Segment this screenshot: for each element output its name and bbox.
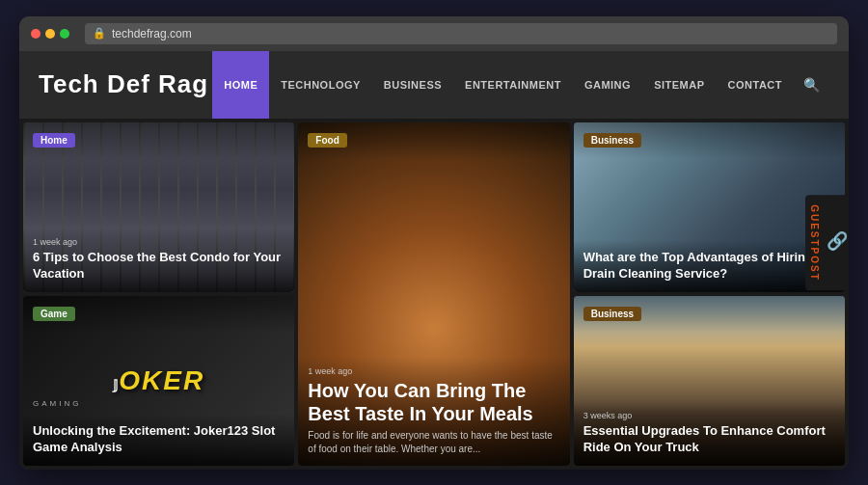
truck-badge: Business	[583, 307, 641, 321]
card-food-overlay: 1 week ago How You Can Bring The Best Ta…	[298, 357, 569, 466]
site-logo: Tech Def Rag	[39, 69, 208, 99]
card-joker-top: Game	[23, 296, 294, 333]
guestpost-icon: 🔗	[826, 231, 847, 255]
card-truck-top: Business	[574, 296, 845, 333]
card-truck-overlay: 3 weeks ago Essential Upgrades To Enhanc…	[574, 401, 845, 466]
content-grid: Home 1 week ago 6 Tips to Choose the Bes…	[19, 119, 849, 470]
guestpost-tab[interactable]: 🔗 GUESTPOST	[805, 195, 849, 291]
site-header: Tech Def Rag HOME TECHNOLOGY BUSINESS EN…	[19, 51, 849, 119]
card-food[interactable]: Food 1 week ago How You Can Bring The Be…	[298, 122, 569, 466]
browser-dots	[31, 29, 69, 39]
joker-sub: GAMING	[33, 399, 81, 408]
dot-yellow[interactable]	[45, 29, 55, 39]
url-text: techdefrag.com	[112, 27, 192, 40]
nav-entertainment[interactable]: ENTERTAINMENT	[453, 51, 573, 119]
card-drain-overlay: What are the Top Advantages of Hiring Dr…	[574, 240, 845, 292]
nav-home[interactable]: HOME	[212, 51, 269, 119]
guestpost-label: GUESTPOST	[809, 204, 820, 282]
card-joker-overlay: Unlocking the Excitement: Joker123 Slot …	[23, 414, 294, 466]
home-time: 1 week ago	[33, 237, 285, 247]
card-truck[interactable]: Business 3 weeks ago Essential Upgrades …	[574, 296, 845, 466]
card-home-top: Home	[23, 122, 294, 159]
card-drain-top: Business	[574, 122, 845, 159]
joker-text: 𝕁OKER	[113, 365, 204, 396]
lock-icon: 🔒	[93, 27, 106, 40]
card-home[interactable]: Home 1 week ago 6 Tips to Choose the Bes…	[23, 122, 294, 292]
nav-sitemap[interactable]: SITEMAP	[642, 51, 716, 119]
joker-badge: Game	[33, 307, 75, 321]
nav-technology[interactable]: TECHNOLOGY	[269, 51, 372, 119]
dot-red[interactable]	[31, 29, 41, 39]
site-nav: HOME TECHNOLOGY BUSINESS ENTERTAINMENT G…	[212, 51, 829, 119]
food-badge: Food	[308, 133, 346, 148]
drain-title: What are the Top Advantages of Hiring Dr…	[583, 250, 835, 283]
nav-contact[interactable]: CONTACT	[717, 51, 794, 119]
dot-green[interactable]	[60, 29, 69, 39]
browser-chrome: 🔒 techdefrag.com	[19, 16, 849, 51]
food-excerpt: Food is for life and everyone wants to h…	[308, 429, 559, 456]
home-title: 6 Tips to Choose the Best Condo for Your…	[33, 250, 285, 283]
search-icon[interactable]: 🔍	[794, 77, 829, 93]
card-joker[interactable]: Game 𝕁OKER GAMING Unlocking the Exciteme…	[23, 296, 294, 466]
drain-badge: Business	[583, 133, 641, 148]
card-home-overlay: 1 week ago 6 Tips to Choose the Best Con…	[23, 228, 294, 292]
food-time: 1 week ago	[308, 366, 559, 376]
truck-title: Essential Upgrades To Enhance Comfort Ri…	[583, 423, 835, 456]
card-drain[interactable]: Business What are the Top Advantages of …	[574, 122, 845, 292]
truck-time: 3 weeks ago	[583, 411, 835, 420]
website: Tech Def Rag HOME TECHNOLOGY BUSINESS EN…	[19, 51, 849, 470]
card-food-top: Food	[298, 122, 569, 159]
nav-business[interactable]: BUSINESS	[372, 51, 453, 119]
food-title: How You Can Bring The Best Taste In Your…	[308, 379, 559, 425]
address-bar[interactable]: 🔒 techdefrag.com	[85, 23, 837, 44]
home-badge: Home	[33, 133, 75, 148]
nav-gaming[interactable]: GAMING	[573, 51, 642, 119]
browser-window: 🔒 techdefrag.com Tech Def Rag HOME TECHN…	[19, 16, 849, 470]
joker-title: Unlocking the Excitement: Joker123 Slot …	[33, 423, 285, 456]
